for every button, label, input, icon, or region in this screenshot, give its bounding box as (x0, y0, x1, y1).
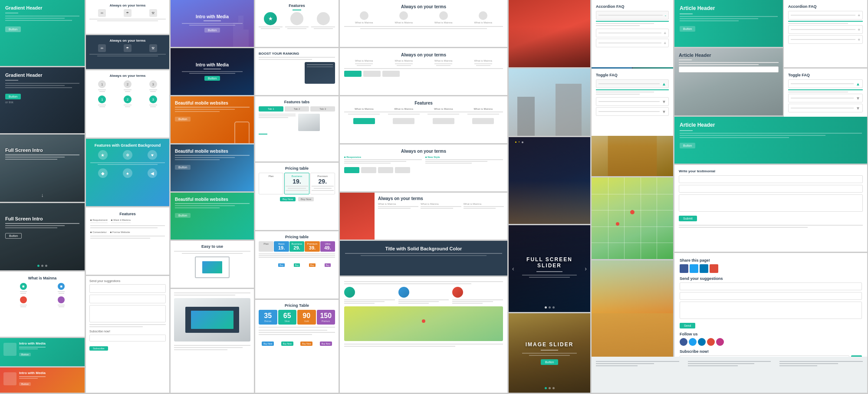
pt3-price-150: 150 (318, 312, 335, 320)
toggle-faq-col8: Toggle FAQ ▲ ▼ ▼ (592, 69, 673, 136)
features-wide-title: Features (344, 101, 503, 105)
beautiful-mobile-green-btn[interactable]: Button (175, 213, 191, 218)
features-gradient-tile: Features with Gradient Background ★ ❄ ♥ … (86, 139, 169, 206)
intro-media-col3-2: Intro with Media Button (171, 48, 254, 95)
features-tab-1[interactable]: Tab 1 (259, 106, 283, 112)
intro-media-1-title: Intro with Media (19, 341, 46, 345)
follow-us-title: Follow us (680, 332, 862, 336)
accordion-faq-col9: Accordion FAQ + + + (784, 0, 867, 67)
share-page-title: Share this page! (680, 258, 862, 263)
submit-btn[interactable]: Submit (679, 216, 697, 221)
features-tabs-title: Features tabs (259, 100, 335, 104)
always-terms-wide-1: Always on your terms What is Mainna What… (340, 0, 507, 47)
features-col1-tile: What is Mainna ■ ■ (0, 272, 85, 337)
intro-media-col3-1-title: Intro with Media (196, 14, 229, 19)
col3-bottom-tile (171, 289, 254, 393)
boost-ranking-tile: BOOST YOUR RANKING (255, 48, 339, 95)
full-screen-slider-text: FULL SCREEN SLIDER (515, 256, 584, 269)
night-city-tile (509, 137, 590, 224)
pricing-btn-1[interactable]: Buy Now (280, 197, 296, 201)
full-screen-intro-1-tile: Full Screen Intro ↓ (0, 135, 85, 202)
image-slider-btn[interactable]: Button (541, 359, 558, 365)
pt3-price-90: 90 (298, 312, 315, 320)
title-solid-bg-text: Title with Solid Background Color (345, 246, 502, 251)
intro-media-2-title: Intro with Media (19, 371, 46, 375)
toggle-faq-col8-title: Toggle FAQ (596, 73, 669, 77)
beautiful-mobile-dark-title: Beautiful mobile websites (175, 149, 250, 154)
always-terms-numbered-tile: Always on your terms 1 2 3 (86, 70, 169, 138)
article-header-wide-title: Article Header (680, 122, 862, 128)
main-layout: Gradient Header Button Gradient Header B… (0, 0, 868, 394)
always-terms-1-tile: Always on your terms ✏ ☂ ⚒ (86, 0, 169, 34)
features-tab-2[interactable]: Tab 2 (285, 106, 309, 112)
title-solid-bg-tile: Title with Solid Background Color (340, 241, 507, 276)
always-terms-dark-tile: Always on your terms ✏ ☂ ⚒ (86, 35, 169, 69)
article-header-wide: Article Header Button (674, 117, 867, 164)
send-btn[interactable]: Send (680, 323, 695, 328)
grey-building-tile (509, 69, 590, 136)
buy-btn-4[interactable]: Buy (325, 263, 331, 267)
features-col4-1-title: Features (259, 3, 335, 8)
accordion-faq-col8: Accordion FAQ - + + (592, 0, 673, 67)
features-col4-1: Features ★ (255, 0, 339, 47)
gradient-header-2-btn[interactable]: Button (5, 94, 21, 99)
article-header-tile: Article Header Button (674, 0, 783, 47)
always-terms-wide-2: Always on your terms What is Mainna What… (340, 48, 507, 95)
col2-subscribe-btn[interactable]: Subscribe (89, 346, 108, 351)
beautiful-mobile-orange-title: Beautiful mobile websites (175, 101, 250, 105)
gradient-header-2-tile: Gradient Header Button or link (0, 67, 85, 133)
always-terms-numbered-title: Always on your terms (89, 74, 166, 78)
pricing-table-1-title: Pricing table (259, 166, 335, 171)
map-tile (592, 177, 673, 259)
beautiful-mobile-orange-btn[interactable]: Button (175, 117, 191, 121)
beautiful-mobile-green-title: Beautiful mobile websites (175, 197, 250, 202)
image-slider-tile: IMAGE SLIDER Button (509, 313, 590, 393)
pt3-buy-2[interactable]: Buy Now (281, 341, 293, 346)
pricing-table-2-title: Pricing table (259, 235, 335, 239)
always-terms-wide-5: Always on your terms What is Mainna What… (340, 193, 507, 240)
features-col1-title: What is Mainna (4, 276, 80, 280)
testimonials-tile: Write your testimonial Submit (674, 165, 867, 252)
features-plain-title: Features (90, 212, 165, 216)
intro-media-col3-2-btn[interactable]: Button (204, 76, 220, 81)
pt3-buy-3[interactable]: Buy Now (300, 341, 312, 346)
pricing-btn-2[interactable]: Buy Now (298, 197, 314, 201)
buy-btn-2[interactable]: Buy (294, 263, 300, 267)
gradient-header-1-tile: Gradient Header Button (0, 0, 85, 66)
article-header-btn[interactable]: Button (680, 26, 695, 32)
article-header-wide-btn[interactable]: Button (680, 143, 695, 148)
gradient-header-1-title: Gradient Header (5, 5, 79, 10)
price-29: 29. (312, 178, 334, 184)
accordion-faq-col8-title: Accordion FAQ (596, 4, 669, 9)
features-plain-tile: Features ■ Requirement ■ Want it Mainna … (86, 207, 169, 275)
full-screen-intro-2-tile: Full Screen Intro Button (0, 203, 85, 270)
beautiful-mobile-dark-btn[interactable]: Button (175, 165, 191, 170)
pricing-table-3-tile: Pricing Table 35 Bronze 65 Silver 90 Gol… (255, 300, 339, 393)
article-header-title: Article Header (680, 5, 778, 11)
beautiful-mobile-dark-tile: Beautiful mobile websites Button (171, 144, 254, 191)
boost-ranking-title: BOOST YOUR RANKING (259, 52, 335, 56)
features-tabs-tile: Features tabs Tab 1 Tab 2 Tab 3 (255, 96, 339, 161)
pricing-table-2-tile: Pricing table Plan Basic 19. Business 29… (255, 231, 339, 299)
always-terms-wide-2-title: Always on your terms (344, 53, 503, 57)
toggle-faq-title: Toggle FAQ (788, 73, 863, 77)
intro-media-col3-1-btn[interactable]: Button (204, 28, 220, 33)
features-tab-3[interactable]: Tab 3 (310, 106, 335, 112)
always-terms-wide-5-title: Always on your terms (378, 196, 504, 201)
always-terms-1-title: Always on your terms (89, 3, 166, 7)
accordion-faq-title: Accordion FAQ (788, 4, 863, 9)
pt3-buy-1[interactable]: Buy Now (262, 341, 274, 346)
easy-to-use-title: Easy to use (174, 244, 250, 249)
buy-btn-1[interactable]: Buy (278, 263, 285, 267)
buy-btn-3[interactable]: Buy (309, 263, 316, 267)
pt3-buy-4[interactable]: Buy Now (320, 341, 332, 346)
intro-media-2-tile: Intro with Media Button (0, 368, 85, 393)
beautiful-mobile-orange-tile: Beautiful mobile websites Button (171, 96, 254, 143)
pt3-price-65: 65 (279, 312, 296, 320)
pricing-table-3-title: Pricing Table (259, 303, 335, 308)
gradient-header-2-title: Gradient Header (5, 72, 79, 78)
pt3-price-35: 35 (260, 312, 276, 320)
intro-media-col3-1: Intro with Media Button (171, 0, 254, 47)
features-wide-tile: Features What is Mainna What is Mainna W… (340, 96, 507, 143)
intro-media-col3-2-title: Intro with Media (196, 62, 229, 67)
